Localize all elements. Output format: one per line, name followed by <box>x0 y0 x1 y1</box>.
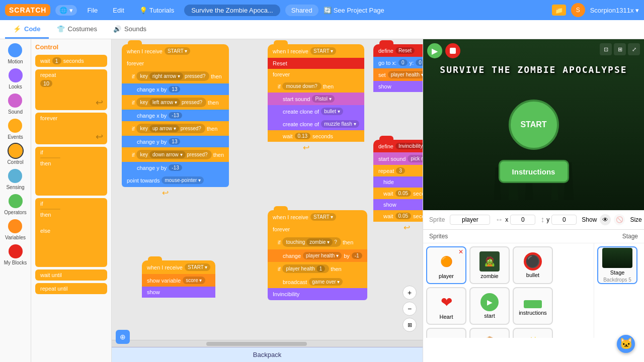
block-forever-2[interactable]: forever <box>268 69 364 80</box>
folder-icon[interactable]: 📁 <box>552 5 566 16</box>
block-change-y-neg13[interactable]: change y by -13 <box>122 162 229 173</box>
block-if-else[interactable]: if then else <box>35 198 107 267</box>
hat-block-1[interactable]: when I receive START ▾ <box>122 44 229 58</box>
tab-sounds[interactable]: 🔊 Sounds <box>105 20 154 39</box>
sprite-item-back[interactable]: back <box>426 328 466 338</box>
stage-panel[interactable]: Stage Backdrops 5 <box>597 246 637 284</box>
sprite-item-heart[interactable]: ❤ Heart <box>426 287 466 325</box>
y-input[interactable] <box>551 215 577 225</box>
block-show-variable[interactable]: show variable score ▾ <box>142 274 215 287</box>
block-if-up[interactable]: if key up arrow ▾ pressed? then <box>122 121 229 136</box>
block-point-towards[interactable]: point towards mouse-pointer ▾ <box>122 173 229 187</box>
block-change-y-13[interactable]: change y by 13 <box>122 136 229 147</box>
hat-block-define-invincibility[interactable]: define Invincibility <box>373 140 423 152</box>
file-menu[interactable]: File <box>82 5 103 16</box>
sprite-name-input[interactable] <box>450 215 490 225</box>
block-wait-until[interactable]: wait until <box>35 269 107 281</box>
block-repeat[interactable]: repeat 10 ↩ <box>35 69 107 110</box>
block-forever[interactable]: forever ↩ <box>35 113 107 144</box>
layout-small-button[interactable]: ⊡ <box>600 43 612 55</box>
block-repeat-until[interactable]: repeat until <box>35 283 107 294</box>
language-selector[interactable]: 🌐 ▾ <box>55 5 77 16</box>
tab-costumes[interactable]: 👕 Costumes <box>49 20 106 39</box>
horizontal-scrollbar[interactable] <box>112 340 423 347</box>
sprite-delete-button[interactable]: ✕ <box>458 248 463 255</box>
block-set-player-health[interactable]: set player health ▾ to 10 <box>373 68 423 81</box>
block-wait-0.05-2[interactable]: wait 0.05 seconds <box>373 210 423 222</box>
block-invincibility[interactable]: Invincibility <box>268 288 367 300</box>
block-repeat-3[interactable]: repeat 3 <box>373 165 423 176</box>
sprite-item-box[interactable]: 📦 box <box>469 328 510 338</box>
show-eye-open-button[interactable]: 👁 <box>600 214 611 225</box>
block-create-clone-muzzle[interactable]: create clone of muzzle flash ▾ <box>268 118 364 130</box>
layout-fullscreen-button[interactable]: ⤢ <box>628 43 640 55</box>
block-hide[interactable]: hide <box>373 176 423 188</box>
block-wait-0.13[interactable]: wait 0.13 seconds <box>268 130 364 142</box>
stop-button[interactable] <box>445 43 460 58</box>
hat-block-define-reset[interactable]: define Reset <box>373 44 423 57</box>
block-change-health[interactable]: change player health ▾ by -1 <box>268 249 367 262</box>
palette-item-sound[interactable]: Sound <box>8 94 23 115</box>
block-create-clone-bullet[interactable]: create clone of bullet ▾ <box>268 105 364 118</box>
block-wait[interactable]: wait 1 seconds <box>35 55 107 67</box>
palette-item-sensing[interactable]: Sensing <box>6 169 24 190</box>
palette-item-motion[interactable]: Motion <box>8 43 23 64</box>
hat-block-2[interactable]: when I receive START ▾ <box>268 44 364 58</box>
block-if-mouse-down[interactable]: if mouse down? then <box>268 80 364 93</box>
edit-menu[interactable]: Edit <box>108 5 129 16</box>
tutorials-btn[interactable]: 💡 Tutorials <box>134 5 179 16</box>
block-start-sound-pistol[interactable]: start sound Pistol ▾ <box>268 93 364 105</box>
hat-block-4[interactable]: when I receive START ▾ <box>142 260 215 274</box>
zoom-reset-button[interactable]: ⊞ <box>403 318 417 332</box>
sprite-item-bullet[interactable]: ⚫ bullet <box>513 246 553 284</box>
block-if-down[interactable]: if key down arrow ▾ pressed? then <box>122 147 229 162</box>
scratch-logo[interactable]: SCRATCH <box>5 4 50 16</box>
block-change-x-neg13[interactable]: change x by -13 <box>122 110 229 121</box>
see-project-link[interactable]: 🔄 See Project Page <box>324 7 384 14</box>
backpack-bar[interactable]: Backpack <box>112 347 423 362</box>
script-editor[interactable]: when I receive START ▾ forever if key ri… <box>112 39 423 362</box>
zoom-in-button[interactable]: + <box>403 286 417 300</box>
block-broadcast-gameover[interactable]: broadcast game over ▾ <box>268 276 367 288</box>
palette-item-myblocks[interactable]: My Blocks <box>4 244 27 265</box>
block-wait-0.05-1[interactable]: wait 0.05 seconds <box>373 188 423 199</box>
user-menu[interactable]: Scorpion1311x ▾ <box>590 7 639 14</box>
block-if-left[interactable]: if key left arrow ▾ pressed? then <box>122 95 229 110</box>
block-if-touching-zombie[interactable]: if touching zombie ▾ ? then <box>268 235 367 249</box>
block-if-health-1[interactable]: if player health 1 then <box>268 262 367 276</box>
show-eye-closed-button[interactable]: 🚫 <box>614 214 625 225</box>
sprite-item-muzzle-flash[interactable]: ✨ muzzle flash <box>513 328 553 338</box>
block-show[interactable]: show <box>373 81 423 92</box>
tab-code[interactable]: ⚡ Code <box>5 20 49 39</box>
sprite-item-zombie[interactable]: 🧟 zombie <box>469 246 510 284</box>
start-game-button[interactable]: START <box>509 100 559 150</box>
palette-item-looks[interactable]: Looks <box>9 68 23 89</box>
block-forever-1[interactable]: forever <box>122 58 229 69</box>
green-flag-button[interactable]: ▶ <box>427 43 442 58</box>
sprite-item-start[interactable]: ▶ start <box>469 287 510 325</box>
x-input[interactable] <box>510 215 535 225</box>
sprite-item-instructions[interactable]: instructions <box>513 287 553 325</box>
palette-item-control[interactable]: Control <box>7 144 23 165</box>
add-sprite-button[interactable]: 🐱 <box>617 335 635 353</box>
block-change-x-13[interactable]: change x by 13 <box>122 83 229 95</box>
palette-item-variables[interactable]: Variables <box>5 219 26 240</box>
layout-normal-button[interactable]: ⊞ <box>614 43 626 55</box>
block-show-2[interactable]: show <box>373 199 423 210</box>
add-extension-button[interactable]: ⊕ <box>116 330 130 344</box>
block-start-sound-random[interactable]: start sound pick random ▾ <box>373 152 423 165</box>
block-goto-0-0[interactable]: go to x: 0 y: 0 <box>373 57 423 68</box>
scrollbar-thumb[interactable] <box>206 342 307 346</box>
hat-block-3[interactable]: when I receive START ▾ <box>268 210 367 224</box>
sprite-item-player[interactable]: ✕ 🟠 player <box>426 246 466 284</box>
zoom-out-button[interactable]: − <box>403 302 417 316</box>
block-forever-3[interactable]: forever <box>268 224 367 235</box>
block-if[interactable]: if then <box>35 147 107 196</box>
palette-item-operators[interactable]: Operators <box>4 194 26 215</box>
block-show-3[interactable]: show <box>142 287 215 298</box>
block-reset[interactable]: Reset <box>268 58 364 69</box>
project-title[interactable]: Survive the Zombie Apoca... <box>184 5 280 16</box>
palette-item-events[interactable]: Events <box>8 119 23 140</box>
instructions-game-button[interactable]: Instructions <box>499 160 569 183</box>
block-if-right[interactable]: if key right arrow ▾ pressed? then <box>122 69 229 83</box>
